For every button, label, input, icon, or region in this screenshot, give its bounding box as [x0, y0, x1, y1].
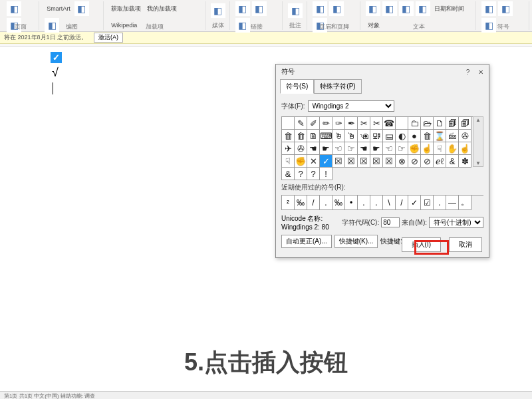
insert-button[interactable]: 插入(I)	[402, 237, 441, 252]
close-icon[interactable]: ✕	[478, 68, 483, 76]
symbol-cell[interactable]: ✊	[408, 142, 421, 155]
symbol-cell[interactable]: ⌨	[320, 130, 332, 142]
ribbon-item[interactable]: 获取加载项	[109, 1, 143, 16]
recent-symbol-cell[interactable]: /	[396, 196, 408, 210]
recent-symbol-cell[interactable]: ²	[282, 196, 295, 210]
activate-button[interactable]: 激活(A)	[94, 33, 123, 43]
font-select[interactable]: Wingdings 2	[308, 100, 394, 112]
ribbon-item[interactable]: ◧	[481, 18, 496, 33]
symbol-cell[interactable]: ✎	[295, 117, 307, 130]
symbol-cell[interactable]: ✂	[370, 117, 383, 130]
symbol-cell[interactable]: &	[446, 155, 459, 168]
symbol-cell[interactable]	[282, 117, 295, 130]
help-icon[interactable]: ?	[466, 68, 470, 76]
symbol-cell[interactable]: 🖰	[332, 130, 345, 142]
from-select[interactable]: 符号(十进制)	[429, 217, 483, 228]
symbol-cell[interactable]: ✋	[446, 142, 459, 155]
symbol-cell[interactable]: ?	[307, 168, 320, 180]
symbol-cell[interactable]: ✒	[345, 117, 358, 130]
ribbon-item[interactable]: ◧	[416, 1, 430, 16]
symbol-cell[interactable]: ✇	[295, 142, 307, 155]
recent-symbol-cell[interactable]: .	[434, 196, 446, 210]
recent-symbol-cell[interactable]: —	[446, 196, 459, 210]
symbol-cell[interactable]: ☒	[383, 155, 396, 168]
symbol-cell[interactable]: ⊗	[396, 155, 408, 168]
symbol-cell[interactable]: ☜	[383, 142, 396, 155]
symbol-cell[interactable]: 🗐	[446, 117, 459, 130]
symbol-cell[interactable]: ℯℓ	[434, 155, 446, 168]
recent-symbol-cell[interactable]: ☑	[421, 196, 434, 210]
symbol-cell[interactable]: ✽	[459, 155, 471, 168]
symbol-cell[interactable]: ☒	[370, 155, 383, 168]
ribbon-item[interactable]: ◧	[382, 1, 397, 16]
symbol-cell[interactable]: ☛	[320, 142, 332, 155]
ribbon-item[interactable]: ◧	[498, 1, 513, 16]
ribbon-item[interactable]: ◧	[481, 1, 496, 16]
symbol-cell[interactable]: 🗎	[307, 130, 320, 142]
symbol-cell[interactable]: 🖴	[383, 130, 396, 142]
recent-symbol-cell[interactable]: \	[383, 196, 396, 210]
ribbon-item[interactable]: ◧	[45, 18, 59, 33]
symbol-cell[interactable]	[396, 117, 408, 130]
char-code-input[interactable]	[381, 217, 400, 227]
symbol-cell[interactable]: ☜	[332, 142, 345, 155]
ribbon-item[interactable]: ◧	[329, 1, 344, 16]
symbol-cell[interactable]: ⌛	[434, 130, 446, 142]
grid-scrollbar[interactable]: ▲▼	[473, 116, 483, 167]
symbol-cell[interactable]: ✑	[332, 117, 345, 130]
ribbon-item[interactable]: ◧	[7, 1, 21, 16]
symbol-cell[interactable]: ☒	[332, 155, 345, 168]
symbol-cell[interactable]: 🗐	[459, 117, 471, 130]
symbol-cell[interactable]: ☚	[358, 142, 370, 155]
symbol-cell[interactable]: 🖲	[358, 130, 370, 142]
symbol-cell[interactable]: ☝	[459, 142, 471, 155]
recent-symbol-cell[interactable]: .	[320, 196, 332, 210]
symbol-cell[interactable]: ☟	[282, 155, 295, 168]
symbol-cell[interactable]: ✈	[282, 142, 295, 155]
symbol-cell[interactable]: ☝	[421, 142, 434, 155]
symbol-cell[interactable]: ◐	[396, 130, 408, 142]
recent-symbol-cell[interactable]: ‰	[332, 196, 345, 210]
symbol-cell[interactable]: ☞	[396, 142, 408, 155]
symbol-cell[interactable]: 🗑	[421, 130, 434, 142]
symbol-cell[interactable]: ☚	[307, 142, 320, 155]
ribbon-item[interactable]: ◧	[74, 1, 89, 16]
symbol-cell[interactable]: ✐	[307, 117, 320, 130]
symbol-cell[interactable]: ☒	[345, 155, 358, 168]
recent-symbol-cell[interactable]: ✓	[408, 196, 421, 210]
cancel-button[interactable]: 取消	[449, 237, 482, 252]
ribbon-item[interactable]: SmartArt	[45, 1, 72, 16]
symbol-cell[interactable]: ☎	[383, 117, 396, 130]
ribbon-item[interactable]: ◧	[366, 1, 380, 16]
ribbon-item[interactable]: 我的加载项	[145, 1, 179, 16]
recent-symbol-cell[interactable]: 。	[459, 196, 471, 210]
symbol-cell[interactable]: ✇	[459, 130, 471, 142]
ribbon-item[interactable]: ◧	[288, 3, 303, 18]
symbol-cell[interactable]: !	[320, 168, 332, 180]
tab-special-chars[interactable]: 特殊字符(P)	[314, 79, 361, 94]
ribbon-item[interactable]: ◧	[211, 3, 225, 18]
symbol-cell[interactable]: ☛	[370, 142, 383, 155]
ribbon-item[interactable]: 对象	[366, 18, 382, 33]
tab-symbols[interactable]: 符号(S)	[280, 79, 314, 94]
ribbon-item[interactable]: ◧	[235, 18, 250, 33]
symbol-cell[interactable]: 🖳	[370, 130, 383, 142]
recent-symbol-cell[interactable]: .	[358, 196, 370, 210]
ribbon-item[interactable]: ◧	[399, 1, 414, 16]
symbol-cell[interactable]: 🗑	[295, 130, 307, 142]
symbol-cell[interactable]: ⊘	[408, 155, 421, 168]
shortcut-key-button[interactable]: 快捷键(K)...	[334, 235, 378, 248]
symbol-cell[interactable]: 🖮	[446, 130, 459, 142]
ribbon-item[interactable]: 日期和时间	[432, 1, 466, 16]
ribbon-item[interactable]: ◧	[252, 1, 267, 16]
symbol-cell[interactable]: 🗑	[282, 130, 295, 142]
symbol-cell[interactable]: 🗁	[421, 117, 434, 130]
symbol-cell[interactable]: ✕	[307, 155, 320, 168]
symbol-cell[interactable]: &	[282, 168, 295, 180]
symbol-cell[interactable]: ☒	[358, 155, 370, 168]
ribbon-item[interactable]: ◧	[235, 1, 250, 16]
recent-symbol-cell[interactable]: .	[370, 196, 383, 210]
symbol-cell[interactable]: ?	[295, 168, 307, 180]
recent-symbol-cell[interactable]: •	[345, 196, 358, 210]
symbol-cell[interactable]: ☞	[345, 142, 358, 155]
